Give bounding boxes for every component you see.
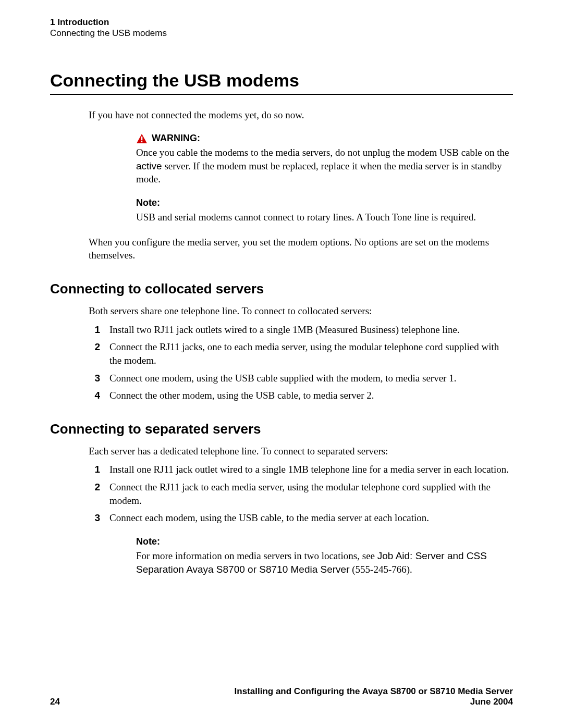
note1-body: USB and serial modems cannot connect to … — [136, 211, 513, 224]
note2-label: Note: — [136, 536, 160, 547]
step-number: 1 — [89, 463, 100, 476]
note1-header: Note: — [136, 198, 513, 208]
list-item: 4Connect the other modem, using the USB … — [89, 389, 513, 402]
step-number: 4 — [89, 389, 100, 402]
note2-body: For more information on media servers in… — [136, 549, 513, 576]
list-item: 3Connect each modem, using the USB cable… — [89, 511, 513, 525]
section2-title: Connecting to separated servers — [50, 421, 513, 437]
footer-page-number: 24 — [50, 697, 60, 707]
footer-right: Installing and Configuring the Avaya S87… — [235, 686, 513, 707]
step-number: 2 — [89, 480, 100, 507]
list-item: 2Connect the RJ11 jacks, one to each med… — [89, 340, 513, 367]
list-item: 3Connect one modem, using the USB cable … — [89, 372, 513, 385]
page-title: Connecting the USB modems — [50, 70, 513, 91]
step-text: Connect the RJ11 jacks, one to each medi… — [109, 340, 513, 367]
warning-body-post: server. If the modem must be replaced, r… — [136, 161, 502, 185]
note2-callout: Note: For more information on media serv… — [136, 536, 513, 576]
after-paragraph: When you configure the media server, you… — [89, 236, 513, 262]
header-chapter: 1 Introduction — [50, 17, 513, 28]
step-number: 1 — [89, 323, 100, 337]
step-number: 3 — [89, 511, 100, 525]
note1-label: Note: — [136, 198, 160, 208]
warning-body-pre: Once you cable the modems to the media s… — [136, 147, 509, 158]
svg-rect-1 — [141, 137, 143, 140]
step-text: Connect one modem, using the USB cable s… — [109, 372, 456, 385]
note2-body-post: (555-245-766). — [349, 564, 412, 575]
list-item: 2Connect the RJ11 jack to each media ser… — [89, 480, 513, 507]
step-text: Install two RJ11 jack outlets wired to a… — [109, 323, 460, 337]
note2-header: Note: — [136, 536, 513, 547]
title-rule — [50, 94, 513, 95]
warning-triangle-icon — [136, 133, 148, 144]
warning-header: WARNING: — [136, 133, 513, 144]
page: 1 Introduction Connecting the USB modems… — [0, 0, 563, 728]
intro-paragraph: If you have not connected the modems yet… — [89, 108, 513, 122]
note2-body-pre: For more information on media servers in… — [136, 550, 377, 561]
section2-steps: 1Install one RJ11 jack outlet wired to a… — [89, 463, 513, 525]
list-item: 1Install two RJ11 jack outlets wired to … — [89, 323, 513, 337]
section2-lead: Each server has a dedicated telephone li… — [89, 445, 513, 458]
warning-label: WARNING: — [152, 133, 200, 144]
warning-callout: WARNING: Once you cable the modems to th… — [136, 133, 513, 186]
section1-lead: Both servers share one telephone line. T… — [89, 304, 513, 318]
section1-title: Connecting to collocated servers — [50, 281, 513, 297]
svg-rect-2 — [141, 141, 143, 142]
footer-title: Installing and Configuring the Avaya S87… — [235, 686, 513, 697]
warning-body: Once you cable the modems to the media s… — [136, 146, 513, 186]
running-header: 1 Introduction Connecting the USB modems — [50, 17, 513, 39]
step-text: Install one RJ11 jack outlet wired to a … — [109, 463, 509, 476]
page-footer: 24 Installing and Configuring the Avaya … — [50, 686, 513, 707]
step-number: 3 — [89, 372, 100, 385]
step-number: 2 — [89, 340, 100, 367]
section1-steps: 1Install two RJ11 jack outlets wired to … — [89, 323, 513, 402]
step-text: Connect each modem, using the USB cable,… — [109, 511, 429, 525]
step-text: Connect the RJ11 jack to each media serv… — [109, 480, 513, 507]
list-item: 1Install one RJ11 jack outlet wired to a… — [89, 463, 513, 476]
header-section: Connecting the USB modems — [50, 28, 513, 39]
warning-body-active: active — [136, 161, 162, 171]
note1-callout: Note: USB and serial modems cannot conne… — [136, 198, 513, 224]
footer-date: June 2004 — [235, 697, 513, 707]
step-text: Connect the other modem, using the USB c… — [109, 389, 374, 402]
